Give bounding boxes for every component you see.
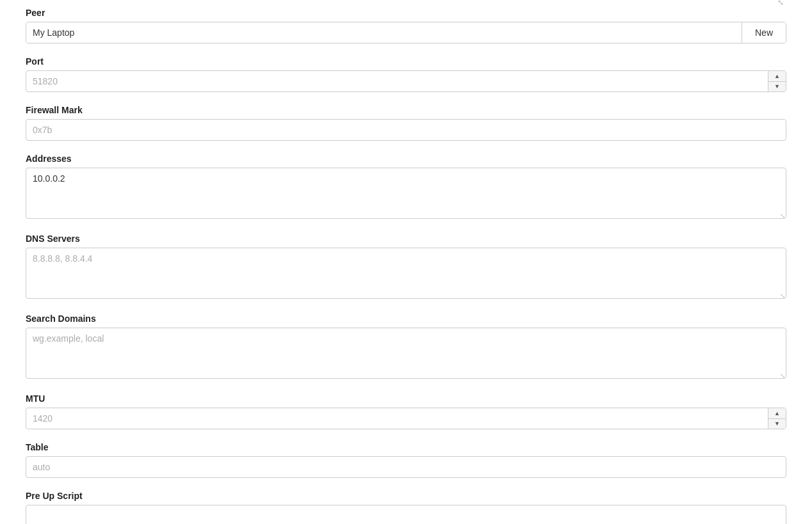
resize-icon-top: ⤡ [777, 0, 784, 7]
form-container: ⤡ Peer New Port ▲ ▼ Firewall Mark Addres… [0, 0, 812, 524]
firewall-mark-input[interactable] [26, 119, 786, 141]
port-field: Port ▲ ▼ [26, 56, 786, 92]
table-input[interactable] [26, 456, 786, 478]
firewall-mark-label: Firewall Mark [26, 105, 786, 115]
port-label: Port [26, 56, 786, 67]
peer-field: Peer New [26, 8, 786, 44]
dns-servers-field: DNS Servers ⤡ [26, 234, 786, 301]
port-spinner-buttons: ▲ ▼ [768, 71, 786, 91]
mtu-input[interactable] [26, 408, 786, 429]
addresses-textarea-wrapper: 10.0.0.2 ⤡ [26, 168, 786, 221]
dns-servers-textarea[interactable] [26, 248, 786, 299]
pre-up-script-textarea-wrapper: ⤡ [26, 505, 786, 524]
pre-up-script-textarea[interactable] [26, 505, 786, 524]
port-increment-button[interactable]: ▲ [768, 71, 786, 82]
addresses-field: Addresses 10.0.0.2 ⤡ [26, 154, 786, 221]
firewall-mark-field: Firewall Mark [26, 105, 786, 141]
search-domains-textarea-wrapper: ⤡ [26, 328, 786, 381]
pre-up-script-field: Pre Up Script ⤡ [26, 491, 786, 524]
table-label: Table [26, 442, 786, 452]
mtu-field: MTU ▲ ▼ [26, 393, 786, 429]
search-domains-textarea[interactable] [26, 328, 786, 379]
dns-servers-textarea-wrapper: ⤡ [26, 248, 786, 301]
port-spinner-wrapper: ▲ ▼ [26, 70, 786, 92]
dns-servers-label: DNS Servers [26, 234, 786, 244]
mtu-spinner-wrapper: ▲ ▼ [26, 408, 786, 429]
port-decrement-button[interactable]: ▼ [768, 82, 786, 92]
peer-input-wrapper: New [26, 22, 786, 44]
search-domains-field: Search Domains ⤡ [26, 314, 786, 381]
top-resize-handle: ⤡ [26, 0, 786, 5]
port-input[interactable] [26, 70, 786, 92]
mtu-spinner-buttons: ▲ ▼ [768, 408, 786, 429]
table-field: Table [26, 442, 786, 478]
peer-input[interactable] [26, 22, 742, 43]
new-button[interactable]: New [742, 22, 786, 43]
addresses-label: Addresses [26, 154, 786, 164]
mtu-label: MTU [26, 393, 786, 404]
pre-up-script-label: Pre Up Script [26, 491, 786, 501]
addresses-textarea[interactable]: 10.0.0.2 [26, 168, 786, 219]
mtu-decrement-button[interactable]: ▼ [768, 419, 786, 429]
search-domains-label: Search Domains [26, 314, 786, 324]
mtu-increment-button[interactable]: ▲ [768, 408, 786, 419]
peer-label: Peer [26, 8, 786, 18]
